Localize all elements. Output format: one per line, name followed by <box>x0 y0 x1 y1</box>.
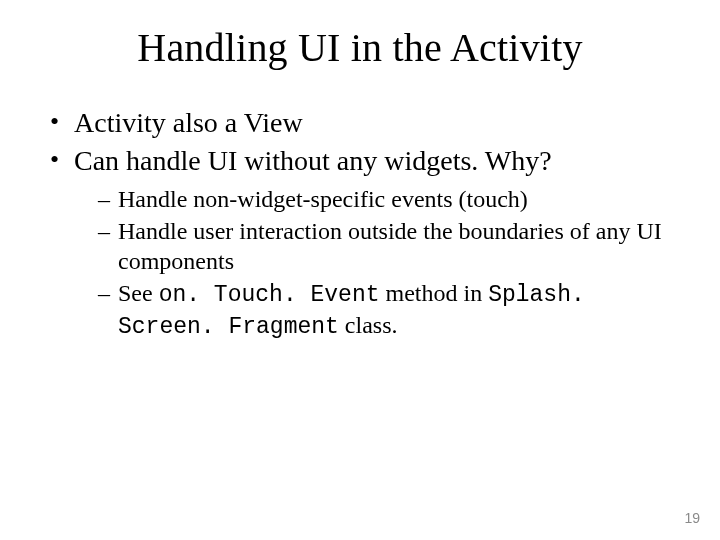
slide: Handling UI in the Activity Activity als… <box>0 0 720 540</box>
sub-bullet-text-part: class. <box>339 312 398 338</box>
sub-bullet-text-part: method in <box>380 280 489 306</box>
sub-bullet-text-part: See <box>118 280 159 306</box>
page-number: 19 <box>684 510 700 526</box>
sub-bullet-item: Handle user interaction outside the boun… <box>98 216 674 276</box>
bullet-text: Can handle UI without any widgets. Why? <box>74 145 552 176</box>
code-text: on. Touch. Event <box>159 282 380 308</box>
bullet-item: Activity also a View <box>46 106 674 140</box>
sub-bullet-list: Handle non-widget-specific events (touch… <box>74 184 674 342</box>
bullet-text: Activity also a View <box>74 107 303 138</box>
bullet-item: Can handle UI without any widgets. Why? … <box>46 144 674 342</box>
sub-bullet-item: Handle non-widget-specific events (touch… <box>98 184 674 214</box>
bullet-list: Activity also a View Can handle UI witho… <box>46 106 674 342</box>
sub-bullet-text: Handle non-widget-specific events (touch… <box>118 186 528 212</box>
slide-title: Handling UI in the Activity <box>0 24 720 71</box>
slide-body: Activity also a View Can handle UI witho… <box>46 106 674 346</box>
sub-bullet-text: Handle user interaction outside the boun… <box>118 218 662 274</box>
sub-bullet-item: See on. Touch. Event method in Splash. S… <box>98 278 674 342</box>
